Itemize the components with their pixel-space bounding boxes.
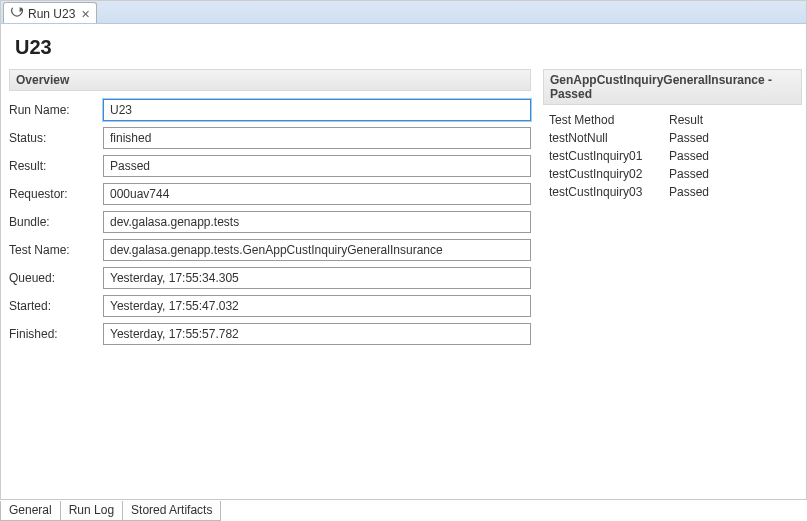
page-title: U23 bbox=[1, 24, 806, 69]
editor-tab-title: Run U23 bbox=[28, 7, 75, 21]
run-name-label: Run Name: bbox=[9, 103, 103, 117]
editor-tab-run[interactable]: Run U23 ✕ bbox=[3, 2, 97, 23]
result-field[interactable] bbox=[103, 155, 531, 177]
results-pane: GenAppCustInquiryGeneralInsurance - Pass… bbox=[539, 69, 806, 499]
bottom-tab-bar: General Run Log Stored Artifacts bbox=[0, 499, 807, 521]
finished-label: Finished: bbox=[9, 327, 103, 341]
editor-tab-bar: Run U23 ✕ bbox=[1, 1, 806, 24]
tab-run-log[interactable]: Run Log bbox=[61, 501, 123, 521]
overview-form: Run Name: Status: Result: Requestor: Bun… bbox=[9, 99, 531, 345]
tab-general[interactable]: General bbox=[0, 501, 61, 521]
result-cell: Passed bbox=[669, 149, 796, 163]
result-cell: Passed bbox=[669, 185, 796, 199]
requestor-label: Requestor: bbox=[9, 187, 103, 201]
result-cell: Passed bbox=[669, 167, 796, 181]
overview-pane: Overview Run Name: Status: Result: Reque… bbox=[1, 69, 539, 499]
run-name-field[interactable] bbox=[103, 99, 531, 121]
method-cell: testCustInquiry01 bbox=[549, 149, 669, 163]
table-row[interactable]: testNotNull Passed bbox=[543, 129, 802, 147]
overview-header: Overview bbox=[9, 69, 531, 91]
test-name-field[interactable] bbox=[103, 239, 531, 261]
method-cell: testCustInquiry02 bbox=[549, 167, 669, 181]
run-icon bbox=[10, 6, 24, 23]
results-table: Test Method Result testNotNull Passed te… bbox=[543, 111, 802, 201]
test-name-label: Test Name: bbox=[9, 243, 103, 257]
started-label: Started: bbox=[9, 299, 103, 313]
table-row[interactable]: testCustInquiry03 Passed bbox=[543, 183, 802, 201]
content: Overview Run Name: Status: Result: Reque… bbox=[1, 69, 806, 499]
results-header: GenAppCustInquiryGeneralInsurance - Pass… bbox=[543, 69, 802, 105]
bundle-field[interactable] bbox=[103, 211, 531, 233]
table-row[interactable]: testCustInquiry02 Passed bbox=[543, 165, 802, 183]
tab-stored-artifacts[interactable]: Stored Artifacts bbox=[123, 501, 221, 521]
bundle-label: Bundle: bbox=[9, 215, 103, 229]
status-field[interactable] bbox=[103, 127, 531, 149]
column-result: Result bbox=[669, 113, 796, 127]
finished-field[interactable] bbox=[103, 323, 531, 345]
queued-label: Queued: bbox=[9, 271, 103, 285]
result-label: Result: bbox=[9, 159, 103, 173]
method-cell: testNotNull bbox=[549, 131, 669, 145]
result-cell: Passed bbox=[669, 131, 796, 145]
method-cell: testCustInquiry03 bbox=[549, 185, 669, 199]
requestor-field[interactable] bbox=[103, 183, 531, 205]
status-label: Status: bbox=[9, 131, 103, 145]
started-field[interactable] bbox=[103, 295, 531, 317]
results-header-row: Test Method Result bbox=[543, 111, 802, 129]
close-icon[interactable]: ✕ bbox=[81, 8, 90, 21]
column-method: Test Method bbox=[549, 113, 669, 127]
queued-field[interactable] bbox=[103, 267, 531, 289]
table-row[interactable]: testCustInquiry01 Passed bbox=[543, 147, 802, 165]
